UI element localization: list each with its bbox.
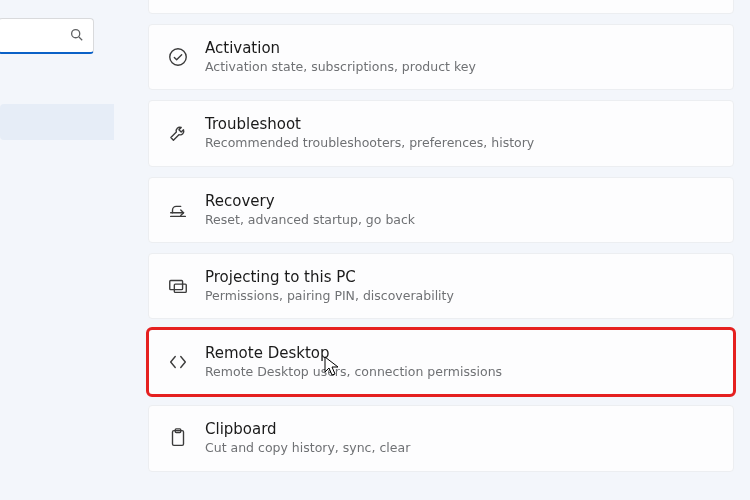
svg-line-1 [79, 37, 82, 40]
wrench-icon [167, 122, 205, 144]
row-subtitle: Recommended troubleshooters, preferences… [205, 135, 534, 151]
row-title: Troubleshoot [205, 115, 534, 133]
row-title: Remote Desktop [205, 344, 502, 362]
settings-row-activation[interactable]: Activation Activation state, subscriptio… [148, 24, 734, 90]
row-subtitle: Reset, advanced startup, go back [205, 212, 415, 228]
row-title: Clipboard [205, 420, 410, 438]
sidebar-item-system[interactable] [0, 104, 114, 140]
settings-row-recovery[interactable]: Recovery Reset, advanced startup, go bac… [148, 177, 734, 243]
sidebar [0, 0, 114, 500]
search-icon [70, 26, 83, 45]
search-input[interactable] [0, 18, 94, 54]
row-subtitle: Permissions, pairing PIN, discoverabilit… [205, 288, 454, 304]
settings-row-remote-desktop[interactable]: Remote Desktop Remote Desktop users, con… [148, 329, 734, 395]
row-subtitle: Cut and copy history, sync, clear [205, 440, 410, 456]
row-title: Activation [205, 39, 476, 57]
settings-row-partial[interactable] [148, 0, 734, 14]
svg-point-2 [170, 49, 187, 66]
row-title: Recovery [205, 192, 415, 210]
row-subtitle: Activation state, subscriptions, product… [205, 59, 476, 75]
row-title: Projecting to this PC [205, 268, 454, 286]
svg-rect-3 [170, 280, 183, 289]
clipboard-icon [167, 427, 205, 449]
check-circle-icon [167, 46, 205, 68]
remote-desktop-icon [167, 351, 205, 373]
row-subtitle: Remote Desktop users, connection permiss… [205, 364, 502, 380]
recovery-icon [167, 199, 205, 221]
svg-rect-4 [174, 284, 186, 292]
settings-row-clipboard[interactable]: Clipboard Cut and copy history, sync, cl… [148, 405, 734, 471]
settings-row-projecting[interactable]: Projecting to this PC Permissions, pairi… [148, 253, 734, 319]
svg-point-0 [72, 30, 80, 38]
projecting-icon [167, 275, 205, 297]
settings-list: Activation Activation state, subscriptio… [114, 0, 750, 500]
settings-row-troubleshoot[interactable]: Troubleshoot Recommended troubleshooters… [148, 100, 734, 166]
settings-window: Activation Activation state, subscriptio… [0, 0, 750, 500]
